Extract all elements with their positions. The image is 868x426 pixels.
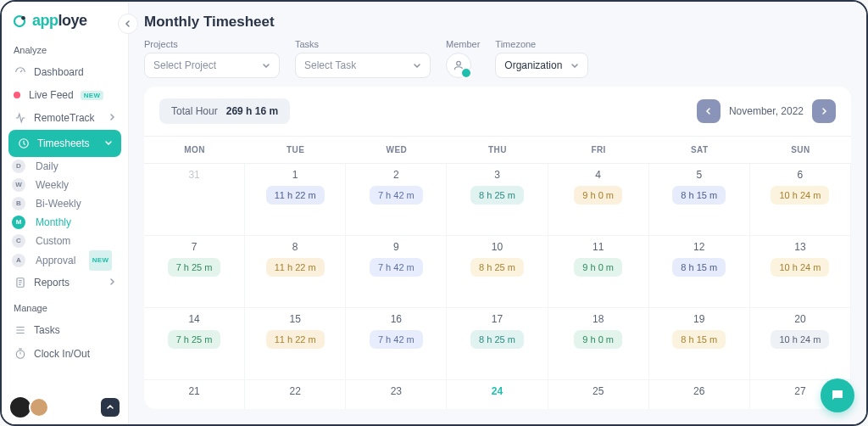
timesheet-card: Total Hour 269 h 16 m November, 2022 MON… [144,87,851,409]
calendar-cell[interactable]: 22 [245,380,346,409]
calendar-cell[interactable]: 108 h 25 m [447,236,548,308]
time-pill: 8 h 25 m [470,258,524,277]
sidebar-item-tasks[interactable]: Tasks [2,318,128,342]
filter-label-timezone: Timezone [495,39,588,49]
chat-fab-button[interactable] [821,378,854,412]
sidebar-sub-approval[interactable]: AApproval NEW [2,250,128,271]
calendar-day-header: FRI [548,137,649,164]
sidebar-sub-weekly[interactable]: WWeekly [2,176,128,194]
filter-label-projects: Projects [144,39,280,49]
chevron-left-icon [124,20,132,28]
sidebar-collapse-button[interactable] [118,14,138,34]
calendar-day-number: 12 [693,241,704,253]
tasks-select[interactable]: Select Task [295,53,431,78]
calendar-day-number: 23 [391,385,402,397]
sidebar-sub-daily[interactable]: DDaily [2,157,128,176]
timezone-select[interactable]: Organization [495,53,588,78]
chevron-down-icon [104,137,113,149]
calendar-cell[interactable]: 147 h 25 m [144,308,245,380]
calendar-day-number: 24 [492,385,503,397]
prev-month-button[interactable] [697,99,721,123]
avatar[interactable] [10,397,31,418]
filters-row: Projects Select Project Tasks Select Tas… [129,39,866,87]
gauge-icon [14,65,27,79]
sidebar-item-reports[interactable]: Reports [2,271,128,294]
calendar-cell[interactable]: 77 h 25 m [144,236,245,308]
calendar-cell[interactable]: 27 h 42 m [346,164,447,236]
calendar-day-number: 4 [595,169,601,181]
calendar-cell[interactable]: 1310 h 24 m [750,236,851,308]
chevron-down-icon [262,61,270,70]
sidebar-footer [2,390,128,424]
calendar-day-number: 15 [290,313,301,325]
calendar-day-number: 3 [494,169,500,181]
time-pill: 11 h 22 m [266,258,325,277]
calendar-cell[interactable]: 610 h 24 m [750,164,851,236]
calendar-cell[interactable]: 811 h 22 m [245,236,346,308]
sidebar-item-label: Reports [34,277,70,289]
calendar-cell[interactable]: 31 [144,164,245,236]
time-pill: 8 h 15 m [672,330,726,349]
svg-point-5 [457,61,461,65]
calendar-cell[interactable]: 49 h 0 m [548,164,649,236]
calendar-cell[interactable]: 2010 h 24 m [750,308,851,380]
calendar-day-number: 26 [693,385,704,397]
time-pill: 11 h 22 m [266,330,325,349]
new-badge: NEW [89,250,113,271]
calendar-cell[interactable]: 38 h 25 m [447,164,548,236]
calendar-cell[interactable]: 21 [144,380,245,409]
person-icon [453,59,465,71]
calendar-cell[interactable]: 119 h 0 m [548,236,649,308]
brand-logo-icon [12,14,27,29]
filter-label-member: Member [446,39,480,49]
calendar-cell[interactable]: 167 h 42 m [346,308,447,380]
sidebar-item-clockinout[interactable]: Clock In/Out [2,342,128,366]
calendar-cell[interactable]: 25 [548,380,649,409]
sidebar-sub-biweekly[interactable]: BBi-Weekly [2,194,128,213]
time-pill: 10 h 24 m [771,258,829,277]
calendar-day-number: 10 [492,241,503,253]
svg-point-1 [21,16,25,20]
calendar-cell[interactable]: 111 h 22 m [245,164,346,236]
time-pill: 9 h 0 m [574,186,622,205]
calendar-day-number: 20 [794,313,805,325]
avatar[interactable] [29,397,49,418]
calendar-day-number: 14 [188,313,199,325]
calendar-cell[interactable]: 58 h 15 m [649,164,750,236]
sidebar-item-remotetrack[interactable]: RemoteTrack [2,106,128,130]
calendar-cell[interactable]: 128 h 15 m [649,236,750,308]
sidebar-item-livefeed[interactable]: Live Feed NEW [2,84,128,106]
calendar-cell[interactable]: 23 [346,380,447,409]
calendar-cell[interactable]: 26 [649,380,750,409]
time-pill: 8 h 25 m [470,330,524,349]
sidebar-item-dashboard[interactable]: Dashboard [2,60,128,84]
projects-select[interactable]: Select Project [144,53,280,78]
sidebar-section-analyze: Analyze [2,36,128,60]
theme-toggle-button[interactable] [101,398,120,417]
time-pill: 7 h 42 m [370,258,423,277]
activity-icon [14,111,27,125]
brand-logo[interactable]: apploye [2,2,128,36]
calendar-cell[interactable]: 198 h 15 m [649,308,750,380]
calendar-day-number: 2 [393,169,399,181]
calendar-cell[interactable]: 24 [447,380,548,409]
new-badge: NEW [81,91,104,100]
sidebar-sub-monthly[interactable]: MMonthly [2,213,128,232]
live-dot-icon [14,92,20,98]
time-pill: 9 h 0 m [574,330,622,349]
sidebar-sub-custom[interactable]: CCustom [2,232,128,250]
calendar-day-number: 18 [593,313,604,325]
calendar-cell[interactable]: 178 h 25 m [447,308,548,380]
calendar-day-number: 25 [593,385,604,397]
member-picker[interactable] [446,53,471,78]
calendar-cell[interactable]: 189 h 0 m [548,308,649,380]
time-pill: 10 h 24 m [771,330,829,349]
calendar-cell[interactable]: 1511 h 22 m [245,308,346,380]
sidebar-item-timesheets[interactable]: Timesheets [8,130,121,157]
next-month-button[interactable] [812,99,836,123]
document-icon [14,276,27,289]
time-pill: 9 h 0 m [574,258,622,277]
calendar-cell[interactable]: 97 h 42 m [346,236,447,308]
calendar-day-header: MON [144,137,245,164]
time-pill: 8 h 15 m [672,186,726,205]
